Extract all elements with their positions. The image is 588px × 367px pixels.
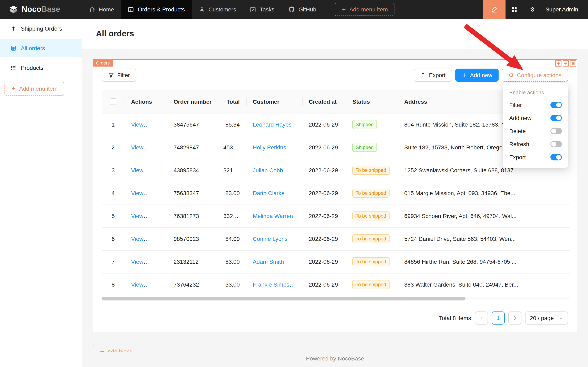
sidebar-add-menu-item-button[interactable]: Add menu item	[5, 82, 64, 96]
edit-link[interactable]: Edit	[151, 144, 161, 151]
table-row: 5ViewEdit76381273332.00Melinda Warren202…	[102, 205, 570, 227]
sidebar-item-shipping-orders[interactable]: Shipping Orders	[0, 20, 82, 38]
page-title: All orders	[96, 29, 134, 38]
view-link[interactable]: View	[131, 190, 149, 196]
actions-cell: ViewEdit	[125, 250, 167, 273]
export-button[interactable]: Export	[413, 69, 452, 82]
plus-icon	[462, 73, 467, 78]
created-at-cell: 2022-06-29	[302, 227, 346, 250]
add-new-button[interactable]: Add new	[455, 69, 499, 82]
order-number-cell: 75638347	[167, 182, 217, 205]
toggle-switch[interactable]	[550, 115, 562, 121]
toggle-switch[interactable]	[550, 141, 562, 147]
plus-icon	[100, 349, 105, 352]
block-menu-icon[interactable]	[570, 60, 576, 67]
created-at-cell: 2022-06-29	[302, 136, 346, 159]
select-all-checkbox[interactable]	[110, 99, 116, 105]
customer-link[interactable]: Melinda Warren	[253, 213, 293, 219]
add-field-icon[interactable]	[555, 60, 562, 67]
customer-cell: Melinda Warren	[246, 205, 302, 227]
toggle-switch[interactable]	[550, 102, 562, 108]
add-action-icon[interactable]	[563, 60, 569, 67]
edit-link[interactable]: Edit	[151, 213, 161, 219]
actions-cell: ViewEdit	[125, 205, 167, 227]
edit-link[interactable]: Edit	[151, 167, 161, 174]
plugins-button[interactable]	[505, 0, 523, 19]
gear-icon: ⚙	[509, 72, 514, 78]
view-link[interactable]: View	[131, 281, 149, 288]
order-number-cell: 73764232	[167, 273, 217, 296]
status-cell: To be shipped	[346, 159, 398, 182]
action-item-label: Refresh	[509, 141, 529, 147]
settings-button[interactable]: ⚙	[523, 0, 541, 19]
customer-link[interactable]: Frankie Simpson	[253, 281, 296, 288]
edit-link[interactable]: Edit	[151, 281, 161, 288]
edit-link[interactable]: Edit	[151, 259, 161, 265]
nav-item-customers[interactable]: Customers	[192, 0, 243, 19]
sidebar-item-all-orders[interactable]: All orders	[0, 39, 82, 57]
enable-action-item[interactable]: Add new	[503, 111, 568, 125]
enable-action-item[interactable]: Delete	[503, 125, 568, 138]
total-cell: 83.00	[217, 182, 246, 205]
configure-actions-button[interactable]: ⚙ Configure actions	[502, 69, 568, 82]
sidebar-item-products[interactable]: Products	[0, 59, 82, 77]
edit-link[interactable]: Edit	[151, 190, 161, 196]
add-block-button[interactable]: Add block	[93, 345, 139, 352]
order-number-cell: 76381273	[167, 205, 217, 227]
customer-cell: Frankie Simpson	[246, 273, 302, 296]
enable-action-item[interactable]: Filter	[503, 98, 568, 111]
status-cell: Shipped	[346, 136, 398, 159]
prev-page-button[interactable]	[475, 311, 488, 325]
toggle-switch[interactable]	[550, 154, 562, 160]
nav-item-orders-products[interactable]: Orders & Products	[121, 0, 192, 19]
export-icon	[420, 72, 426, 78]
toggle-switch[interactable]	[550, 128, 562, 134]
customer-link[interactable]: Holly Perkins	[253, 144, 286, 151]
page-size-select[interactable]: 20 / page	[525, 311, 568, 325]
nav-item-github[interactable]: GitHub	[281, 0, 323, 19]
enable-action-item[interactable]: Export	[503, 151, 568, 164]
nav-item-home[interactable]: Home	[82, 0, 121, 19]
highlighter-icon	[491, 6, 497, 13]
customer-link[interactable]: Adam Smith	[253, 259, 284, 265]
status-badge: To be shipped	[353, 280, 389, 289]
view-link[interactable]: View	[131, 235, 149, 242]
row-index: 8	[102, 273, 125, 296]
scrollbar-thumb[interactable]	[102, 297, 465, 300]
customer-link[interactable]: Darin Clarke	[253, 190, 285, 196]
address-cell: 383 Walter Gardens, Suite 040, 24947, Be…	[398, 273, 570, 296]
customer-link[interactable]: Leonard Hayes	[253, 121, 292, 128]
page-header: All orders	[82, 19, 588, 49]
navbar-add-menu-item-button[interactable]: Add menu item	[335, 3, 394, 16]
dropdown-title: Enable actions	[503, 86, 568, 98]
row-index: 5	[102, 205, 125, 227]
created-at-cell: 2022-06-29	[302, 250, 346, 273]
next-page-button[interactable]	[508, 311, 521, 325]
view-link[interactable]: View	[131, 144, 149, 151]
enable-action-item[interactable]: Refresh	[503, 138, 568, 151]
total-cell: 453.00	[217, 136, 246, 159]
powered-by-footer: Powered by NocoBase	[82, 355, 588, 362]
nav-item-tasks[interactable]: Tasks	[243, 0, 281, 19]
view-link[interactable]: View	[131, 213, 149, 219]
customer-link[interactable]: Connie Lyons	[253, 235, 287, 242]
view-link[interactable]: View	[131, 259, 149, 265]
edit-link[interactable]: Edit	[151, 235, 161, 242]
col-created-at: Created at	[302, 90, 346, 113]
user-menu[interactable]: Super Admin	[541, 6, 588, 13]
view-link[interactable]: View	[131, 121, 149, 128]
table-header-row: Actions Order number Total Customer Crea…	[102, 90, 570, 113]
col-total: Total	[217, 90, 246, 113]
created-at-cell: 2022-06-29	[302, 273, 346, 296]
address-cell: 84856 Hirthe Run, Suite 268, 94754-6705,…	[398, 250, 570, 273]
customer-link[interactable]: Julian Cobb	[253, 167, 283, 174]
ui-editor-button[interactable]	[483, 0, 505, 19]
page-number-button[interactable]: 1	[491, 311, 504, 325]
view-link[interactable]: View	[131, 167, 149, 174]
edit-link[interactable]: Edit	[151, 121, 161, 128]
status-cell: To be shipped	[346, 250, 398, 273]
brand[interactable]: NocoBase	[0, 5, 82, 14]
row-index: 4	[102, 182, 125, 205]
filter-button[interactable]: Filter	[102, 69, 136, 82]
action-item-label: Filter	[509, 102, 522, 108]
